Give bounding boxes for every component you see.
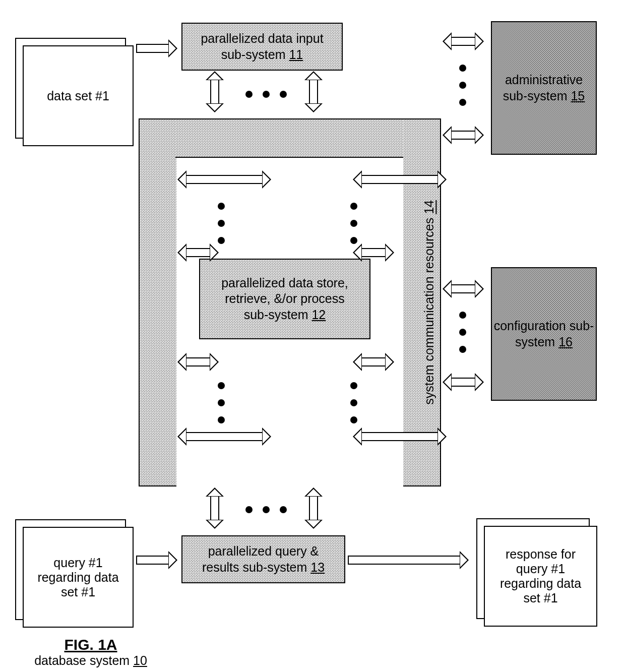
bi-arrow-comm-admin-1 <box>443 32 484 50</box>
figure-caption: FIG. 1A database system 10 <box>33 636 149 668</box>
parallelized-data-store-box: parallelized data store, retrieve, &/or … <box>199 259 370 339</box>
administrative-sub-system-label: administrative sub-system 15 <box>503 72 585 104</box>
administrative-sub-system-box: administrative sub-system 15 <box>491 21 597 155</box>
arrow-querybox-to-response <box>348 551 469 569</box>
figure-number: FIG. 1A <box>64 636 117 653</box>
comm-resources-right <box>175 118 405 158</box>
bi-arrow-commleft-store-1 <box>177 170 271 189</box>
parallelized-data-input-label: parallelized data input sub-system 11 <box>201 31 323 63</box>
bi-arrow-comm-config-2 <box>443 373 484 391</box>
configuration-sub-system-label: configuration sub- system 16 <box>494 318 594 350</box>
dots-store-commright <box>350 203 357 244</box>
bi-arrow-commleft-query-1 <box>177 353 219 371</box>
dots-commleft-store <box>218 203 225 244</box>
response-card-label: response for query #1 regarding data set… <box>491 547 590 605</box>
bi-arrow-comm-config-1 <box>443 280 484 298</box>
comm-resources-top <box>139 118 176 486</box>
bi-arrow-store-commright-1 <box>353 170 447 189</box>
parallelized-data-input-box: parallelized data input sub-system 11 <box>181 23 343 71</box>
bi-arrow-comm-admin-2 <box>443 126 484 144</box>
bi-arrow-comm-query-1 <box>206 487 224 529</box>
dots-commleft-query <box>218 382 225 423</box>
dots-comm-config <box>459 312 466 353</box>
bi-arrow-input-comm-1 <box>206 71 224 112</box>
bi-arrow-commleft-store-2 <box>177 243 219 262</box>
dots-input-comm <box>245 91 287 98</box>
arrow-dataset-to-input <box>136 39 177 57</box>
dots-commright-query <box>350 382 357 423</box>
arrow-query-to-querybox <box>136 551 177 569</box>
query-card-label: query #1 regarding data set #1 <box>30 556 127 599</box>
response-card: response for query #1 regarding data set… <box>484 526 597 627</box>
data-set-card: data set #1 <box>23 45 134 146</box>
bi-arrow-store-commright-2 <box>353 243 394 262</box>
bi-arrow-commright-query-2 <box>353 427 447 446</box>
bi-arrow-input-comm-2 <box>304 71 323 112</box>
figure-title: database system 10 <box>34 653 147 667</box>
parallelized-data-store-label: parallelized data store, retrieve, &/or … <box>221 275 348 323</box>
dots-comm-admin <box>459 65 466 106</box>
bi-arrow-commleft-query-2 <box>177 427 271 446</box>
configuration-sub-system-box: configuration sub- system 16 <box>491 267 597 401</box>
bi-arrow-comm-query-2 <box>304 487 323 529</box>
parallelized-query-results-box: parallelized query & results sub-system … <box>181 535 345 583</box>
data-set-label: data set #1 <box>47 89 109 103</box>
bi-arrow-commright-query-1 <box>353 353 394 371</box>
query-card: query #1 regarding data set #1 <box>23 527 134 628</box>
parallelized-query-results-label: parallelized query & results sub-system … <box>202 543 325 575</box>
comm-resources-label: system communication resources 14 <box>406 200 438 405</box>
dots-comm-query <box>245 506 287 513</box>
